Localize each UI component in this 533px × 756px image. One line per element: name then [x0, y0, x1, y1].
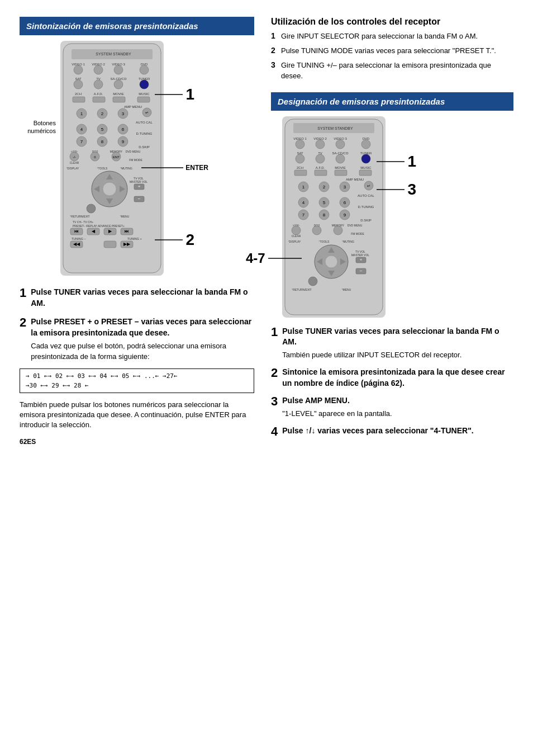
svg-text:−: −	[360, 268, 363, 273]
right-step-2: 2 Sintonice la emisora presintonizada pa…	[271, 367, 513, 389]
r-step2-bold: Sintonice la emisora presintonizada para…	[282, 367, 505, 388]
r-step1-num: 1	[271, 326, 278, 338]
svg-text:SYSTEM STANDBY: SYSTEM STANDBY	[96, 52, 131, 56]
step2-num: 2	[20, 316, 26, 329]
svg-text:MUSIC: MUSIC	[139, 92, 150, 96]
svg-text:AMP MENU: AMP MENU	[346, 178, 364, 181]
svg-text:6: 6	[122, 127, 125, 132]
right-callout-47-num: 4-7	[246, 251, 265, 266]
svg-text:+: +	[360, 257, 363, 262]
util-title: Utilización de los controles del recepto…	[271, 17, 513, 27]
svg-text:MUSIC: MUSIC	[360, 166, 372, 169]
svg-text:↵: ↵	[145, 111, 149, 115]
step2-extra: También puede pulsar los botones numéric…	[20, 400, 254, 431]
svg-text:⏭: ⏭	[125, 229, 129, 234]
right-callout-3-num: 3	[407, 181, 416, 199]
util-steps: 1 Gire INPUT SELECTOR para seleccionar l…	[271, 31, 513, 81]
right-callout-1-num: 1	[407, 153, 416, 171]
svg-text:AUTO CAL: AUTO CAL	[136, 121, 153, 124]
svg-point-119	[361, 154, 370, 163]
svg-text:⏮: ⏮	[74, 229, 79, 234]
enter-label: ENTER	[141, 164, 208, 172]
util-step-1: 1 Gire INPUT SELECTOR para seleccionar l…	[271, 31, 513, 41]
svg-rect-124	[294, 170, 307, 176]
r-step4-num: 4	[271, 426, 278, 438]
desig-section-header: Designación de emisoras presintonizadas	[271, 92, 513, 111]
svg-text:CLEAR: CLEAR	[70, 161, 79, 164]
step2-normal: Cada vez que pulse el botón, podrá selec…	[31, 341, 254, 361]
page-number: 62ES	[20, 438, 254, 446]
svg-text:MASTER VOL: MASTER VOL	[130, 180, 147, 183]
svg-point-67	[103, 182, 116, 196]
svg-point-118	[336, 154, 345, 163]
svg-text:D.SKIP: D.SKIP	[360, 219, 372, 222]
svg-text:SYSTEM STANDBY: SYSTEM STANDBY	[317, 126, 353, 130]
preset-diagram: → 01 ←→ 02 ←→ 03 ←→ 04 ←→ 05 ←→ ...← →27…	[20, 368, 254, 393]
svg-rect-95	[104, 241, 116, 248]
svg-rect-26	[137, 97, 150, 102]
svg-text:ENT: ENT	[113, 155, 120, 159]
svg-rect-127	[359, 170, 372, 176]
svg-point-15	[74, 80, 83, 89]
svg-text:9: 9	[122, 139, 125, 144]
callout-2: 2	[185, 231, 194, 249]
svg-text:TUNING +: TUNING +	[127, 237, 142, 240]
callout-1: 1	[185, 86, 194, 103]
util-step-2: 2 Pulse TUNING MODE varias veces para se…	[271, 46, 513, 56]
right-step-1: 1 Pulse TUNER varias veces para seleccio…	[271, 326, 513, 360]
left-remote-wrap: SYSTEM STANDBY VIDEO 1 VIDEO 2 VIDEO 3 D…	[60, 41, 164, 276]
svg-point-116	[296, 154, 304, 163]
right-callout-47: 4-7	[246, 251, 302, 266]
svg-text:°MENU: °MENU	[120, 215, 130, 218]
svg-text:A.F.D.: A.F.D.	[316, 166, 325, 169]
left-title: Sintonización de emisoras presintonizada…	[26, 21, 198, 31]
svg-text:7: 7	[302, 212, 305, 218]
svg-rect-24	[93, 97, 105, 102]
preset-row2: →30 ←→ 29 ←→ 28 ←	[26, 382, 248, 389]
svg-text:2: 2	[101, 111, 104, 116]
util-step-3: 3 Gire TUNING +/– para seleccionar la em…	[271, 60, 513, 81]
util-step-3-num: 3	[271, 60, 279, 69]
svg-rect-23	[73, 97, 85, 102]
right-step-4: 4 Pulse ↑/↓ varias veces para selecciona…	[271, 426, 513, 438]
svg-text:6: 6	[344, 200, 346, 205]
svg-text:3: 3	[344, 185, 346, 190]
left-step-2: 2 Pulse PRESET + o PRESET – varias veces…	[20, 316, 254, 430]
right-remote-container: SYSTEM STANDBY VIDEO 1 VIDEO 2 VIDEO 3 D…	[271, 116, 513, 318]
left-remote-svg: SYSTEM STANDBY VIDEO 1 VIDEO 2 VIDEO 3 D…	[60, 41, 164, 276]
left-step-1: 1 Pulse TUNER varias veces para seleccio…	[20, 287, 254, 309]
svg-point-17	[114, 80, 123, 89]
svg-point-109	[316, 140, 325, 149]
util-step-3-text: Gire TUNING +/– para seleccionar la emis…	[281, 60, 513, 81]
r-step1-bold: Pulse TUNER varias veces para selecciona…	[282, 327, 499, 347]
util-step-1-num: 1	[271, 31, 279, 40]
svg-text:°MENU: °MENU	[342, 288, 351, 291]
svg-text:8: 8	[323, 212, 326, 218]
svg-text:2CH: 2CH	[75, 92, 82, 96]
r-step4-bold: Pulse ↑/↓ varias veces para seleccionar …	[282, 426, 473, 435]
svg-rect-25	[113, 97, 125, 102]
svg-text:▶▶: ▶▶	[123, 242, 131, 247]
svg-point-155	[312, 226, 321, 235]
callout-line-2: 2	[155, 231, 194, 249]
right-remote-svg: SYSTEM STANDBY VIDEO 1 VIDEO 2 VIDEO 3 D…	[282, 116, 386, 318]
svg-text:4: 4	[302, 200, 305, 205]
left-remote-container: Botones numéricos SYSTEM STANDBY VIDEO 1…	[20, 41, 254, 276]
svg-point-165	[325, 256, 337, 268]
svg-text:°TOOLS: °TOOLS	[319, 240, 330, 243]
svg-text:°RETURN/EXIT: °RETURN/EXIT	[70, 215, 89, 218]
svg-text:DVD MENU: DVD MENU	[348, 224, 363, 227]
right-callout-1: 1	[377, 153, 416, 171]
svg-text:2: 2	[323, 185, 326, 190]
svg-text:°DISPLAY: °DISPLAY	[288, 240, 301, 243]
svg-text:MOVIE: MOVIE	[335, 166, 345, 169]
svg-text:-/-: -/-	[73, 155, 76, 159]
svg-text:DVD MENU: DVD MENU	[126, 150, 141, 153]
svg-text:TUNING −: TUNING −	[72, 237, 86, 240]
svg-point-78	[87, 204, 96, 213]
right-step-3: 3 Pulse AMP MENU. "1-LEVEL" aparece en l…	[271, 395, 513, 419]
desig-title: Designación de emisoras presintonizadas	[278, 97, 445, 106]
svg-point-9	[114, 65, 123, 74]
svg-text:°TOOLS: °TOOLS	[97, 167, 108, 170]
svg-point-153	[292, 226, 301, 235]
